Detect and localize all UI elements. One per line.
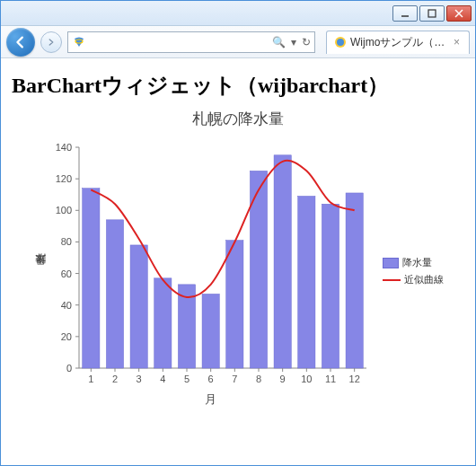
- forward-button[interactable]: [40, 31, 62, 53]
- address-separator: ▾: [291, 36, 296, 48]
- tab-strip: Wijmoサンプル（近… ×: [326, 31, 470, 54]
- chart-container: 札幌の降水量 降水量 02040608010012014012345678910…: [12, 109, 464, 408]
- svg-text:10: 10: [301, 374, 312, 384]
- svg-point-6: [337, 39, 344, 46]
- bar: [130, 245, 147, 368]
- bar: [226, 241, 243, 368]
- tab-favicon-icon: [334, 36, 347, 48]
- address-bar-actions: 🔍 ▾ ↻: [272, 36, 311, 48]
- legend-swatch-line-icon: [383, 279, 401, 281]
- svg-text:12: 12: [349, 374, 360, 384]
- svg-text:120: 120: [56, 173, 72, 184]
- back-button[interactable]: [6, 28, 35, 57]
- svg-text:0: 0: [66, 363, 72, 374]
- chart-plot: 020406080100120140123456789101112: [48, 138, 372, 390]
- bar: [322, 204, 339, 368]
- svg-text:11: 11: [325, 374, 336, 384]
- bar: [274, 155, 291, 368]
- plot-column: 020406080100120140123456789101112 月: [48, 138, 372, 408]
- legend-line-label: 近似曲線: [404, 273, 444, 286]
- chart-legend: 降水量 近似曲線: [383, 256, 444, 290]
- window-titlebar: [1, 1, 475, 26]
- chart-title: 札幌の降水量: [192, 109, 284, 129]
- bar: [202, 294, 219, 368]
- search-icon[interactable]: 🔍: [272, 36, 286, 48]
- browser-navbar: 🔍 ▾ ↻ Wijmoサンプル（近… ×: [1, 26, 475, 58]
- svg-text:5: 5: [184, 374, 190, 384]
- legend-item-bar: 降水量: [383, 256, 444, 269]
- svg-rect-1: [428, 10, 436, 17]
- svg-text:4: 4: [160, 374, 165, 384]
- legend-bar-label: 降水量: [402, 256, 432, 269]
- bar: [83, 189, 100, 368]
- browser-tab[interactable]: Wijmoサンプル（近… ×: [326, 31, 470, 54]
- svg-text:2: 2: [112, 374, 118, 384]
- minimize-button[interactable]: [392, 5, 418, 22]
- bar: [106, 220, 123, 368]
- svg-text:140: 140: [56, 142, 72, 153]
- svg-text:100: 100: [56, 205, 72, 215]
- svg-text:9: 9: [280, 374, 286, 384]
- legend-swatch-bar-icon: [383, 258, 399, 268]
- address-input[interactable]: [90, 36, 269, 48]
- svg-text:1: 1: [88, 374, 93, 384]
- svg-text:6: 6: [208, 374, 214, 384]
- svg-text:7: 7: [232, 374, 237, 384]
- close-button[interactable]: [446, 5, 472, 22]
- svg-text:60: 60: [61, 268, 72, 279]
- svg-text:8: 8: [256, 374, 261, 384]
- x-axis-label: 月: [205, 391, 216, 408]
- ie-favicon-icon: [72, 35, 86, 49]
- legend-item-line: 近似曲線: [383, 273, 444, 286]
- browser-window: 🔍 ▾ ↻ Wijmoサンプル（近… × BarChartウィジェット（wijb…: [0, 0, 476, 466]
- bar: [154, 278, 172, 368]
- tab-title: Wijmoサンプル（近…: [350, 35, 448, 50]
- svg-text:40: 40: [61, 300, 72, 311]
- svg-text:80: 80: [61, 236, 72, 247]
- bar: [346, 193, 363, 368]
- tab-close-icon[interactable]: ×: [452, 36, 462, 48]
- maximize-button[interactable]: [419, 5, 445, 22]
- page-content: BarChartウィジェット（wijbarchart） 札幌の降水量 降水量 0…: [1, 58, 475, 465]
- svg-text:3: 3: [137, 374, 142, 384]
- refresh-icon[interactable]: ↻: [302, 36, 311, 48]
- bar: [298, 196, 315, 368]
- svg-text:20: 20: [61, 331, 72, 342]
- address-bar: 🔍 ▾ ↻: [67, 31, 315, 53]
- page-heading: BarChartウィジェット（wijbarchart）: [12, 71, 464, 100]
- chart-body: 降水量 020406080100120140123456789101112 月 …: [32, 138, 444, 408]
